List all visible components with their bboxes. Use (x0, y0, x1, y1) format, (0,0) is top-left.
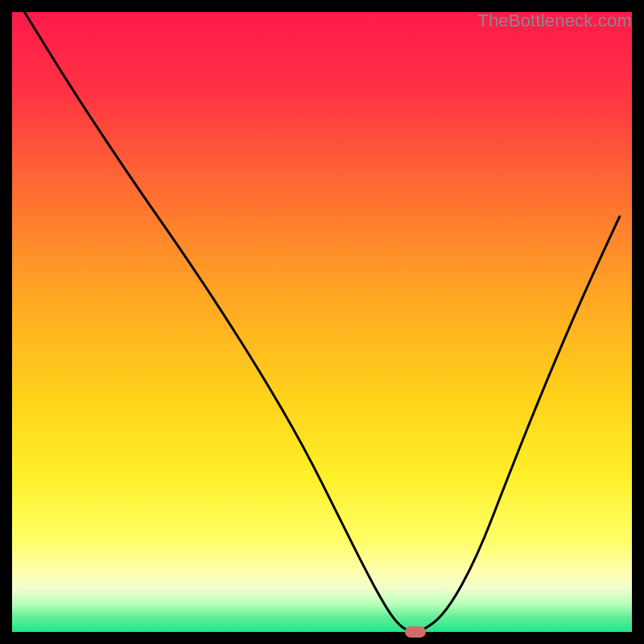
gradient-background (12, 12, 632, 632)
bottleneck-chart (12, 12, 632, 632)
optimal-point-marker (405, 626, 426, 638)
chart-frame (12, 12, 632, 632)
watermark-label: TheBottleneck.com (477, 10, 632, 31)
